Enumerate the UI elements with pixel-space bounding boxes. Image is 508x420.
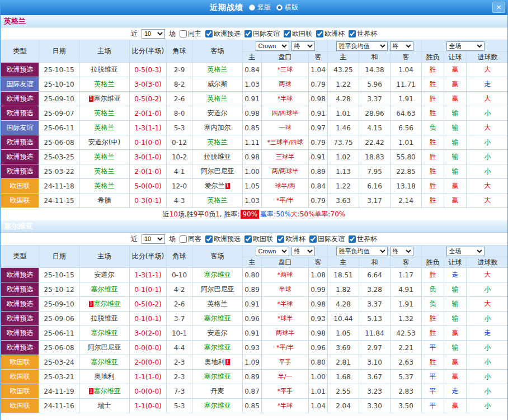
filter-option[interactable]: 同主 bbox=[180, 29, 201, 39]
match-count-select[interactable]: 10 bbox=[142, 29, 165, 39]
col-wdl-draw: 和 bbox=[359, 52, 391, 63]
wdl-draw: 3.37 bbox=[359, 297, 391, 312]
titlebar: 近期战绩 竖版 横版 × bbox=[1, 0, 507, 15]
result-goals: 小 bbox=[467, 150, 508, 164]
odds-controls: Crown终 bbox=[243, 246, 328, 257]
wdl-home: 1.82 bbox=[328, 282, 359, 297]
match-count-select[interactable]: 10 bbox=[142, 234, 165, 244]
wdl-draw: 5.96 bbox=[359, 77, 391, 92]
odds-home: 0.98 bbox=[243, 150, 262, 164]
filter-checkbox[interactable] bbox=[277, 235, 284, 243]
bookmaker-select[interactable]: Crown bbox=[256, 41, 289, 51]
filter-option[interactable]: 国际友谊 bbox=[309, 234, 345, 244]
filter-checkbox[interactable] bbox=[309, 235, 317, 243]
wdl-home: 73.75 bbox=[328, 135, 359, 150]
summary-part: 1 bbox=[215, 210, 220, 218]
summary-part: 大:50% bbox=[291, 210, 315, 219]
filter-option[interactable]: 同客 bbox=[180, 234, 201, 244]
wdl-draw: 7.95 bbox=[359, 164, 391, 179]
odds-away: 1.08 bbox=[309, 268, 328, 282]
filter-option[interactable]: 欧洲预选 bbox=[205, 29, 241, 39]
result-wdl: 负 bbox=[422, 297, 444, 312]
odds-home: 0.85 bbox=[243, 399, 262, 413]
scope-select[interactable]: 全场 bbox=[446, 41, 485, 51]
odds-final-select[interactable]: 终 bbox=[291, 41, 315, 51]
match-row: 欧国联24-11-191塞尔维亚0-0(0-0)7-3丹麦0.87*平手1.01… bbox=[1, 384, 508, 399]
filter-checkbox[interactable] bbox=[349, 235, 356, 243]
team-label: 塞尔维亚 bbox=[94, 387, 121, 395]
col-score: 比分(半场) bbox=[130, 40, 167, 63]
match-type: 欧洲预选 bbox=[1, 326, 39, 341]
wdl-final-select[interactable]: 终 bbox=[390, 41, 413, 51]
match-type: 欧国联 bbox=[1, 370, 39, 384]
odds-home: 1.05 bbox=[243, 179, 262, 194]
match-score: 0-5(0-2) bbox=[130, 297, 167, 312]
wdl-away: 1.04 bbox=[391, 63, 422, 77]
filter-label: 国际友谊 bbox=[253, 29, 280, 39]
filter-checkbox[interactable] bbox=[349, 30, 356, 37]
wdl-final-select[interactable]: 终 bbox=[390, 247, 413, 256]
team-label: 塞尔维亚 bbox=[91, 329, 118, 337]
match-type: 国际友谊 bbox=[1, 77, 39, 92]
bookmaker-select[interactable]: Crown bbox=[256, 247, 289, 256]
handicap-value: *三球半/四球 bbox=[262, 135, 309, 150]
team-label: 安道尔 bbox=[95, 271, 115, 279]
filter-checkbox[interactable] bbox=[180, 235, 187, 243]
team-label: 阿尔巴尼亚 bbox=[201, 285, 234, 293]
odds-final-select[interactable]: 终 bbox=[291, 247, 315, 256]
match-date: 25-06-11 bbox=[39, 121, 79, 135]
filter-checkbox[interactable] bbox=[205, 30, 213, 37]
filter-checkbox[interactable] bbox=[284, 30, 291, 37]
filter-option[interactable]: 欧国联 bbox=[284, 29, 312, 39]
filter-checkbox[interactable] bbox=[205, 235, 213, 243]
filter-checkbox[interactable] bbox=[180, 30, 187, 37]
filter-option[interactable]: 欧国联 bbox=[244, 234, 273, 244]
wdl-draw: 11.84 bbox=[359, 326, 391, 341]
wdl-mode-select[interactable]: 胜平负均值 bbox=[336, 247, 388, 256]
filter-option[interactable]: 国际友谊 bbox=[244, 29, 280, 39]
corner-score: 2-9 bbox=[167, 63, 192, 77]
result-handicap: 输 bbox=[444, 282, 467, 297]
summary-part: 场,胜 bbox=[178, 210, 194, 219]
scope-select[interactable]: 全场 bbox=[446, 247, 485, 256]
wdl-mode-select[interactable]: 胜平负均值 bbox=[336, 41, 388, 51]
layout-radio-horizontal[interactable]: 横版 bbox=[276, 3, 298, 12]
away-team: 阿尔巴尼亚 bbox=[192, 164, 243, 179]
col-handicap-result: 让球 bbox=[444, 257, 467, 268]
match-date: 25-09-06 bbox=[39, 312, 79, 326]
result-wdl: 平 bbox=[422, 384, 444, 399]
filter-checkbox[interactable] bbox=[244, 30, 252, 37]
handicap-value: *三球 bbox=[262, 63, 309, 77]
wdl-controls: 胜平负均值终 bbox=[328, 246, 422, 257]
filter-option[interactable]: 欧洲杯 bbox=[316, 29, 345, 39]
home-team: 英格兰 bbox=[79, 106, 130, 121]
odds-home: 0.85 bbox=[243, 121, 262, 135]
filter-checkbox[interactable] bbox=[316, 30, 323, 37]
filter-checkbox[interactable] bbox=[244, 235, 252, 243]
handicap-value: *半球 bbox=[262, 92, 309, 106]
result-wdl: 胜 bbox=[422, 194, 444, 208]
odds-away: 0.96 bbox=[309, 341, 328, 355]
col-goals: 进球数 bbox=[467, 257, 508, 268]
scope-controls: 全场 bbox=[422, 40, 508, 52]
result-handicap: 赢 bbox=[444, 179, 467, 194]
result-goals: 大 bbox=[467, 268, 508, 282]
result-handicap: 赢 bbox=[444, 370, 467, 384]
handicap-value: *球半 bbox=[262, 312, 309, 326]
result-wdl: 胜 bbox=[422, 135, 444, 150]
result-wdl: 胜 bbox=[422, 355, 444, 370]
close-button[interactable]: × bbox=[492, 2, 505, 13]
match-date: 25-10-10 bbox=[39, 77, 79, 92]
layout-radio-vertical[interactable]: 竖版 bbox=[249, 3, 271, 12]
match-date: 25-03-25 bbox=[39, 150, 79, 164]
filter-option[interactable]: 世界杯 bbox=[349, 234, 377, 244]
result-goals: 大 bbox=[467, 63, 508, 77]
match-date: 25-09-07 bbox=[39, 106, 79, 121]
wdl-home: 1.01 bbox=[328, 106, 359, 121]
filter-option[interactable]: 世界杯 bbox=[349, 29, 377, 39]
col-wdl-home: 主 bbox=[328, 52, 359, 63]
summary-row: 近10场,胜9平0负1, 胜率: 90% 赢率:50% 大:50% 单率:70% bbox=[1, 208, 507, 220]
filter-option[interactable]: 欧洲杯 bbox=[277, 234, 305, 244]
wdl-home: 2.81 bbox=[328, 355, 359, 370]
filter-option[interactable]: 欧洲预选 bbox=[205, 234, 241, 244]
